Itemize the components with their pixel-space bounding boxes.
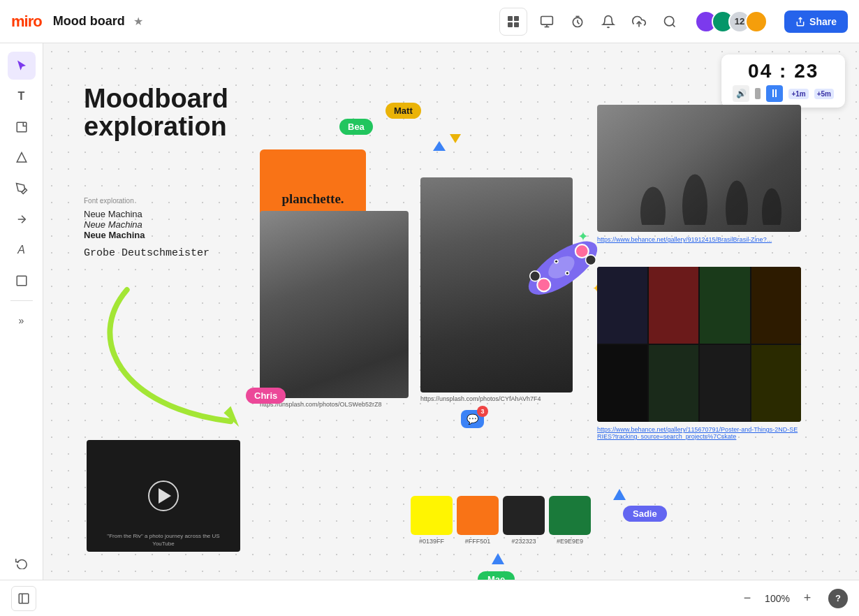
svg-rect-3: [514, 22, 519, 27]
shapes-tool-button[interactable]: [8, 144, 36, 172]
timer-icon[interactable]: [566, 10, 589, 33]
miro-logo: miro: [11, 13, 42, 31]
mae-cursor-label: Mae: [478, 571, 515, 580]
poster-cell-8: [751, 345, 802, 422]
select-tool-button[interactable]: [8, 52, 36, 80]
video-thumbnail[interactable]: "From the Riv" a photo journey across th…: [87, 440, 240, 552]
share-button[interactable]: Share: [784, 10, 848, 33]
skate-photo-1: [260, 211, 409, 398]
svg-rect-32: [19, 594, 29, 603]
poster-cell-6: [649, 345, 699, 422]
swatch-item-1: #0139FF: [411, 496, 453, 545]
timer-widget: 04 : 23 🔊 ⏸ +1m +5m: [721, 54, 845, 108]
upload-icon[interactable]: [628, 10, 650, 33]
more-tools-button[interactable]: »: [8, 307, 36, 335]
frame-tool-button[interactable]: [8, 267, 36, 295]
svg-rect-4: [541, 16, 553, 24]
svg-point-30: [726, 180, 748, 225]
svg-point-31: [762, 188, 781, 225]
timer-plus1-button[interactable]: +1m: [788, 89, 808, 99]
behance-link-1[interactable]: https://www.behance.net/gallery/91912415…: [597, 236, 772, 243]
timer-mute-button[interactable]: 🔊: [733, 85, 749, 102]
behance-link-2[interactable]: https://www.behance.net/gallery/11567079…: [597, 426, 801, 440]
sadie-cursor-label: Sadie: [623, 506, 667, 522]
toolbar-divider: [10, 300, 33, 301]
timer-display: 04 : 23: [748, 60, 818, 82]
poster-cell-1: [597, 267, 647, 344]
top-bar: miro Mood board ★: [0, 0, 859, 43]
canvas-area[interactable]: 04 : 23 🔊 ⏸ +1m +5m Moodboard exploratio…: [43, 43, 859, 580]
svg-line-10: [673, 24, 675, 27]
behance-photo-1: [597, 105, 801, 232]
text-tool-button[interactable]: T: [8, 82, 36, 110]
poster-cell-5: [597, 345, 647, 422]
svg-rect-14: [17, 276, 27, 286]
timer-plus5-button[interactable]: +5m: [814, 89, 834, 99]
chris-cursor-label: Chris: [246, 388, 286, 404]
notifications-icon[interactable]: [597, 10, 619, 33]
zoom-in-button[interactable]: +: [798, 589, 817, 608]
poster-cell-3: [700, 267, 750, 344]
timer-pause-button[interactable]: ⏸: [766, 85, 783, 102]
swatch-label-2: #FFF501: [465, 538, 491, 545]
swatch-item-3: #232323: [503, 496, 545, 545]
swatch-4: [549, 496, 591, 535]
svg-text:✦: ✦: [578, 229, 589, 244]
font-line1: Neue Machina: [84, 209, 210, 219]
arrow-tool-button[interactable]: [8, 205, 36, 233]
left-toolbar: T A »: [0, 43, 43, 616]
blue-arrow-mae: [492, 553, 504, 564]
font-line3: Neue Machina: [84, 230, 210, 240]
cursor-mae: Mae: [478, 571, 515, 580]
video-caption: "From the Riv" a photo journey across th…: [87, 532, 240, 548]
svg-point-24: [566, 272, 568, 274]
swatch-2: [457, 496, 499, 535]
svg-rect-12: [17, 122, 27, 132]
cursor-chris: Chris: [246, 388, 286, 404]
pen-tool-button[interactable]: [8, 175, 36, 203]
chat-bubble-2[interactable]: 💬 3: [461, 410, 484, 428]
font-line2: Neue Machina: [84, 219, 210, 230]
cursor-bea: Bea: [339, 119, 373, 135]
sticky-note-button[interactable]: [8, 113, 36, 141]
text2-tool-button[interactable]: A: [8, 236, 36, 264]
zoom-out-button[interactable]: −: [737, 589, 757, 608]
poster-grid: [597, 267, 801, 422]
avatar-3: [745, 10, 768, 33]
chat-badge-2: 3: [477, 406, 488, 417]
cursor-sadie: Sadie: [623, 506, 667, 522]
svg-rect-1: [514, 16, 519, 21]
title-line1: Moodboard: [84, 85, 228, 113]
green-arrow-decoration: [106, 282, 258, 443]
svg-point-23: [555, 261, 557, 263]
zoom-controls: − 100% + ?: [737, 589, 848, 608]
swatch-1: [411, 496, 453, 535]
video-play-button[interactable]: [148, 481, 179, 511]
undo-button[interactable]: [8, 549, 36, 577]
font-label: Font exploration: [84, 197, 210, 205]
matt-cursor-label: Matt: [386, 103, 421, 119]
apps-button[interactable]: [499, 8, 527, 36]
title-line2: exploration: [84, 113, 228, 141]
blue-triangle-decoration: [433, 141, 446, 151]
help-button[interactable]: ?: [828, 589, 848, 608]
svg-point-29: [682, 174, 707, 225]
search-icon[interactable]: [659, 10, 681, 33]
presentation-icon[interactable]: [536, 10, 558, 33]
play-icon: [159, 488, 171, 504]
swatch-label-4: #E9E9E9: [557, 538, 583, 545]
yellow-triangle-decoration: [450, 134, 461, 143]
timer-stop-button[interactable]: [755, 88, 761, 99]
svg-point-19: [586, 255, 596, 265]
swatch-item-2: #FFF501: [457, 496, 499, 545]
poster-cell-7: [700, 345, 750, 422]
favorite-star-icon[interactable]: ★: [133, 15, 143, 28]
blue-triangle-sadie: [613, 489, 626, 500]
swatch-label-3: #232323: [511, 538, 536, 545]
bottom-bar: − 100% + ?: [0, 580, 859, 616]
board-title: Mood board: [53, 14, 125, 29]
svg-point-18: [530, 271, 541, 281]
orange-card-title: planchette.: [281, 191, 344, 207]
sidebar-toggle-button[interactable]: [11, 586, 36, 611]
svg-point-17: [575, 244, 589, 258]
